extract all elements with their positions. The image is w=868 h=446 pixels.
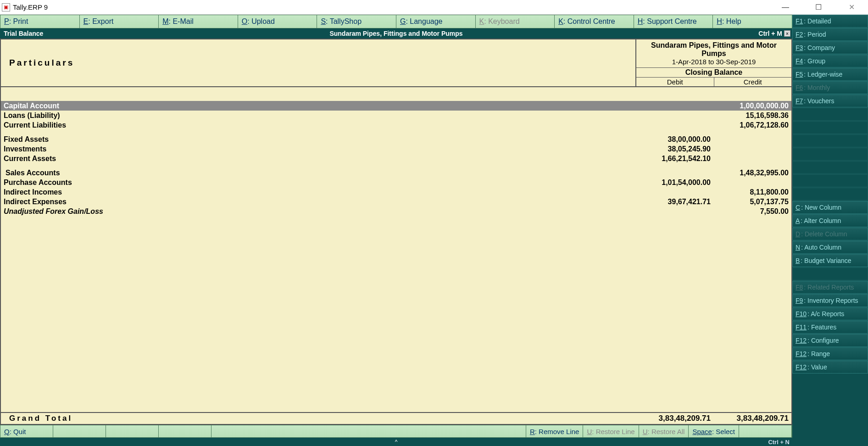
side-button-configure[interactable]: F12: Configure [792,334,868,347]
ledger-row[interactable]: Sales Accounts1,48,32,995.00 [1,168,791,178]
side-button-period[interactable]: F2: Period [792,28,868,41]
menu-item-export[interactable]: E: Export [80,15,159,28]
credit-value: 1,00,00,000.00 [713,102,791,110]
debit-value: 38,05,245.90 [635,145,713,153]
minimize-button[interactable]: — [776,1,795,14]
side-empty [792,108,868,121]
debit-value: 39,67,421.71 [635,198,713,206]
header-company-name: Sundaram Pipes, Fittings and Motor Pumps [640,41,788,58]
side-button-value[interactable]: F12: Value [792,361,868,374]
window-title: Tally.ERP 9 [13,3,48,11]
credit-value: 15,16,598.36 [713,112,791,120]
credit-value: 7,550.00 [713,207,791,216]
ledger-row[interactable]: Capital Account1,00,00,000.00 [1,101,791,111]
ledger-row[interactable]: Fixed Assets38,00,000.00 [1,134,791,144]
side-empty [792,268,868,280]
side-button-autocolumn[interactable]: N: Auto Column [792,241,868,254]
window-controls: — ☐ ✕ [776,1,866,14]
menu-item-controlcentre[interactable]: K: Control Centre [555,15,634,28]
menu-item-tallyshop[interactable]: S: TallyShop [317,15,396,28]
credit-value: 5,07,137.75 [713,198,791,206]
side-button-inventoryreports[interactable]: F9: Inventory Reports [792,294,868,307]
ledger-name: Purchase Accounts [1,178,635,187]
bottom-empty [106,425,159,437]
spacer-row [1,163,791,168]
data-rows: Capital Account1,00,00,000.00Loans (Liab… [1,87,791,412]
company-name-bar: Sundaram Pipes, Fittings and Motor Pumps [329,30,462,37]
ledger-row[interactable]: Loans (Liability)15,16,598.36 [1,111,791,120]
particulars-header: Particulars [1,39,635,86]
side-button-altercolumn[interactable]: A: Alter Column [792,214,868,227]
ledger-row[interactable]: Current Assets1,66,21,542.10 [1,154,791,163]
bottom-empty [159,425,211,437]
menu-item-supportcentre[interactable]: H: Support Centre [634,15,713,28]
debit-header: Debit [636,78,714,86]
top-menu: P: PrintE: ExportM: E-MailO: UploadS: Ta… [0,15,792,28]
report-name: Trial Balance [0,30,43,37]
select-button[interactable]: Space: Select [689,425,739,437]
side-button-budgetvariance[interactable]: B: Budget Variance [792,254,868,267]
remove-line-button[interactable]: R: Remove Line [526,425,584,437]
side-button-relatedreports: F8: Related Reports [792,281,868,294]
ledger-name: Sales Accounts [1,169,635,177]
ledger-name: Capital Account [1,102,635,110]
side-button-company[interactable]: F3: Company [792,41,868,54]
app-icon: ▣ [2,3,10,11]
report-body: Particulars Sundaram Pipes, Fittings and… [0,39,792,425]
side-panel: F1: DetailedF2: PeriodF3: CompanyF4: Gro… [792,15,868,446]
side-button-ledger-wise[interactable]: F5: Ledger-wise [792,68,868,81]
ledger-row[interactable]: Purchase Accounts1,01,54,000.00 [1,178,791,187]
ledger-name: Current Assets [1,155,635,163]
menu-item-help[interactable]: H: Help [713,15,792,28]
side-button-detailed[interactable]: F1: Detailed [792,15,868,28]
menu-item-upload[interactable]: O: Upload [238,15,317,28]
side-button-features[interactable]: F11: Features [792,321,868,334]
chevron-up-icon: ^ [395,439,398,445]
side-button-deletecolumn: D: Delete Column [792,228,868,240]
side-button-vouchers[interactable]: F7: Vouchers [792,95,868,107]
credit-value: 1,06,72,128.60 [713,121,791,129]
report-shortcut: Ctrl + M × [758,30,792,37]
ledger-name: Fixed Assets [1,135,635,144]
ledger-name: Unadjusted Forex Gain/Loss [1,207,635,216]
grand-total-credit: 3,83,48,209.71 [713,414,791,423]
ledger-name: Current Liabilities [1,121,635,129]
report-title-bar: Trial Balance Sundaram Pipes, Fittings a… [0,28,792,39]
ledger-name: Indirect Incomes [1,188,635,196]
menu-item-language[interactable]: G: Language [396,15,476,28]
quit-button[interactable]: Q: Quit [0,425,53,437]
ledger-row[interactable]: Investments38,05,245.90 [1,144,791,154]
column-headers: Particulars Sundaram Pipes, Fittings and… [1,39,791,87]
menu-item-e-mail[interactable]: M: E-Mail [159,15,238,28]
restore-line-button[interactable]: U: Restore Line [583,425,639,437]
bottom-toolbar: Q: Quit R: Remove Line U: Restore Line U… [0,425,792,438]
side-button-newcolumn[interactable]: C: New Column [792,201,868,214]
bottom-empty [739,425,792,437]
status-bar: ^ Ctrl + N [0,438,792,446]
window-titlebar: ▣ Tally.ERP 9 — ☐ ✕ [0,0,868,15]
ledger-row[interactable]: Current Liabilities1,06,72,128.60 [1,120,791,130]
credit-value: 8,11,800.00 [713,188,791,196]
maximize-button[interactable]: ☐ [809,1,828,14]
status-shortcut: Ctrl + N [768,439,792,446]
ledger-name: Loans (Liability) [1,112,635,120]
side-button-range[interactable]: F12: Range [792,347,868,360]
ledger-row[interactable]: Indirect Incomes8,11,800.00 [1,187,791,197]
ledger-row[interactable]: Unadjusted Forex Gain/Loss7,550.00 [1,206,791,216]
debit-value: 1,66,21,542.10 [635,155,713,163]
side-empty [792,161,868,174]
grand-total-row: Grand Total 3,83,48,209.71 3,83,48,209.7… [1,412,791,424]
close-button[interactable]: ✕ [842,1,861,14]
ledger-name: Investments [1,145,635,153]
ledger-row[interactable]: Indirect Expenses39,67,421.715,07,137.75 [1,197,791,206]
close-icon[interactable]: × [784,30,790,37]
menu-item-print[interactable]: P: Print [0,15,80,28]
restore-all-button[interactable]: U: Restore All [639,425,689,437]
debit-value: 38,00,000.00 [635,135,713,144]
grand-total-label: Grand Total [1,414,635,423]
ledger-name: Indirect Expenses [1,198,635,206]
side-button-a/creports[interactable]: F10: A/c Reports [792,307,868,320]
side-button-monthly: F6: Monthly [792,81,868,94]
side-empty [792,148,868,161]
side-button-group[interactable]: F4: Group [792,55,868,67]
